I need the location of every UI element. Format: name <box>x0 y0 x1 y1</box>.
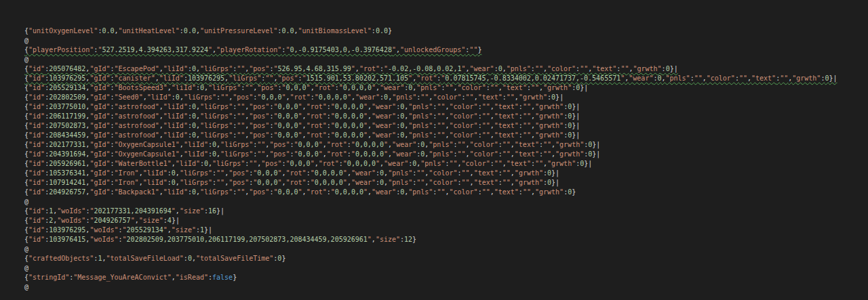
editor-content: {"unitOxygenLevel":0.0,"unitHeatLevel":0… <box>20 26 868 300</box>
code-line: {"id":204391694,"gId":"OxygenCapsule1","… <box>20 150 868 159</box>
code-line: {"id":105376341,"gId":"Iron","liId":0,"l… <box>20 169 868 178</box>
text-editor-area[interactable]: {"unitOxygenLevel":0.0,"unitHeatLevel":0… <box>0 0 868 300</box>
code-line: {"id":208434459,"gId":"astrofood","liId"… <box>20 131 868 140</box>
code-line: {"id":103976295,"gId":"canister","liId":… <box>20 74 868 83</box>
code-line: {"stringId":"Message_YouAreAConvict","is… <box>20 273 868 282</box>
code-line: {"id":205529134,"gId":"BootsSpeed3","liI… <box>20 83 868 93</box>
code-line: @ <box>20 282 868 292</box>
code-line <box>20 292 868 300</box>
code-line: @ <box>20 55 868 64</box>
spellcheck-squiggle: {"id":205076482,"gId":"EscapePod","liId"… <box>24 65 678 72</box>
code-line: @ <box>20 244 868 254</box>
code-line: @ <box>20 197 868 207</box>
code-line: {"id":202802509,"gId":"Seed0","liId":0,"… <box>20 93 868 102</box>
code-line: @ <box>20 263 868 273</box>
code-line: {"id":1,"woIds":"202177331,204391694","s… <box>20 207 868 216</box>
code-line: {"id":103976295,"woIds":"205529134","siz… <box>20 226 868 235</box>
code-line: {"id":207502873,"gId":"astrofood","liId"… <box>20 121 868 131</box>
code-line: {"id":103976415,"woIds":"202802509,20377… <box>20 235 868 244</box>
code-line: {"id":202177331,"gId":"OxygenCapsule1","… <box>20 140 868 150</box>
code-line: {"id":2,"woIds":"204926757","size":4}| <box>20 216 868 226</box>
spellcheck-squiggle: {"id":103976295,"gId":"canister","liId":… <box>24 74 837 82</box>
code-line: {"craftedObjects":1,"totalSaveFileLoad":… <box>20 254 868 263</box>
code-line: {"id":205076482,"gId":"EscapePod","liId"… <box>20 64 868 74</box>
code-line: {"id":205926961,"gId":"WaterBottle1","li… <box>20 159 868 169</box>
code-line: {"id":206117199,"gId":"astrofood","liId"… <box>20 112 868 121</box>
code-line: @ <box>20 36 868 45</box>
code-line: {"id":204926757,"gId":"Backpack1","liId"… <box>20 188 868 197</box>
code-line: {"unitOxygenLevel":0.0,"unitHeatLevel":0… <box>20 26 868 36</box>
code-line: {"id":107914241,"gId":"Iron","liId":0,"l… <box>20 178 868 188</box>
code-line: {"playerPosition":"527.2519,4.394263,317… <box>20 45 868 55</box>
spellcheck-squiggle: {"playerPosition":"527.2519,4.394263,317… <box>24 46 481 53</box>
code-line: {"id":203775010,"gId":"astrofood","liId"… <box>20 102 868 112</box>
